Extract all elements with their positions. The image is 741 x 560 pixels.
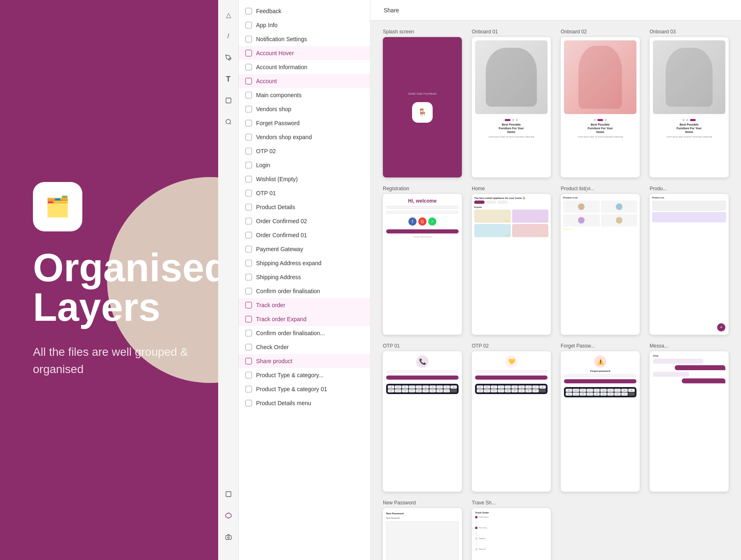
onboard2-image (564, 40, 636, 114)
layer-item-label: Main components (256, 92, 302, 98)
otp2-input (475, 370, 548, 373)
layer-page-icon (245, 134, 252, 140)
frame-registration[interactable]: Hi, welcome f G ✓ Create new account (383, 194, 462, 334)
layer-item-28[interactable]: Product Details menu (239, 396, 370, 410)
layer-item-5[interactable]: Account (239, 74, 370, 88)
layers-panel-icon[interactable] (222, 488, 235, 501)
frame-onboard3[interactable]: Best PossibleFurniture For YourHome Lore… (650, 37, 729, 177)
otp1-btn (386, 376, 459, 380)
frame-label-newpass: New Password (383, 500, 462, 506)
svg-point-5 (228, 537, 229, 538)
onboard3-desc: Lorem ipsum dolor sit amet consectetur a… (666, 135, 712, 138)
logo-icon: 🗂️ (45, 195, 70, 218)
frame-label-splash: Splash screen (383, 29, 462, 35)
product-list-grid (563, 201, 637, 226)
layer-item-26[interactable]: Product Type & category... (239, 368, 370, 382)
component-icon[interactable] (222, 509, 235, 522)
layer-item-label: OTP 02 (256, 148, 276, 154)
onboard3-image (653, 40, 725, 114)
reg-pass-field (386, 211, 459, 214)
layer-item-label: Forget Password (256, 120, 300, 126)
layer-item-25[interactable]: Share product (239, 354, 370, 368)
subtitle: All the files are well grouped & organis… (33, 343, 206, 378)
frame-home[interactable]: The best suited appliance for your home … (472, 194, 551, 334)
frame-product2[interactable]: Product List + (650, 194, 729, 334)
layer-item-9[interactable]: Vendors shop expand (239, 130, 370, 144)
frame-chatbot[interactable]: Chat (650, 351, 729, 492)
frame-label-message: Messa... (650, 343, 729, 349)
layer-item-label: Vendors shop expand (256, 134, 312, 140)
otp2-btn (475, 376, 548, 380)
svg-rect-0 (226, 98, 231, 103)
frame-productlist[interactable]: Product List ★★★★★ (561, 194, 640, 334)
triangle-icon[interactable]: △ (222, 8, 235, 21)
forgot-email-field (564, 374, 636, 377)
layer-item-label: Product Type & category 01 (256, 386, 327, 392)
layer-item-23[interactable]: Confirm order finalisation... (239, 326, 370, 340)
layer-page-icon (245, 162, 252, 168)
frame-label-onboard1: Onboard 01 (472, 29, 551, 35)
frame-onboard1[interactable]: Best PossibleFurniture For YourHome Lore… (472, 37, 551, 177)
frame-track-order[interactable]: Track Order Order Placed Processing Ship… (472, 508, 551, 560)
onboard3-dots (683, 119, 696, 121)
frame-icon[interactable] (222, 94, 235, 107)
frame-otp2[interactable]: 💛 qwertyuiop asdfghjkl (472, 351, 551, 492)
search-icon[interactable] (222, 115, 235, 128)
frame-otp1[interactable]: 📞 qwertyuiop asdfghjkl (383, 351, 462, 492)
layer-item-27[interactable]: Product Type & category 01 (239, 382, 370, 396)
layer-item-7[interactable]: Vendors shop (239, 102, 370, 116)
layer-item-24[interactable]: Check Order (239, 340, 370, 354)
layer-item-6[interactable]: Main components (239, 88, 370, 102)
layer-item-3[interactable]: Account Hover (239, 46, 370, 60)
onboard1-image (475, 40, 548, 114)
layer-page-icon (245, 50, 252, 56)
layer-item-11[interactable]: Login (239, 158, 370, 172)
layer-item-label: Wishlist (Empty) (256, 176, 298, 182)
new-pass-title: New Password (386, 512, 459, 515)
layer-item-label: Order Confirmed 01 (256, 232, 307, 238)
svg-point-1 (226, 119, 231, 124)
onboard3-title: Best PossibleFurniture For YourHome (676, 123, 701, 134)
new-pass-item1: New Password (386, 517, 459, 519)
share-button[interactable]: Share (379, 5, 404, 16)
svg-marker-3 (226, 513, 231, 518)
layer-page-icon (245, 64, 252, 70)
frame-onboard2[interactable]: Best PossibleFurniture For YourHome Lore… (561, 37, 640, 177)
line-icon[interactable]: / (222, 30, 235, 43)
canvas-area[interactable]: Splash screen Onboard 01 Onboard 02 Onbo… (370, 21, 741, 560)
layer-page-icon (245, 344, 252, 350)
reg-login-btn (386, 229, 459, 233)
otp1-input (386, 370, 459, 373)
onboard2-title: Best PossibleFurniture For YourHome (587, 123, 613, 134)
layer-item-1[interactable]: App Info (239, 18, 370, 32)
layer-page-icon (245, 120, 252, 126)
layer-item-label: Share product (256, 358, 292, 364)
layer-page-icon (245, 148, 252, 154)
layer-item-10[interactable]: OTP 02 (239, 144, 370, 158)
track-step3: Shipping (475, 537, 548, 540)
camera-icon[interactable] (222, 530, 235, 544)
frame-label-otp1: OTP 01 (383, 343, 462, 349)
frame-new-password[interactable]: New Password New Password Confirm Passwo… (383, 508, 462, 560)
layer-page-icon (245, 36, 252, 42)
frame-label-forgot: Forget Passw... (561, 343, 640, 349)
text-icon[interactable]: T (222, 72, 235, 86)
layer-page-icon (245, 232, 252, 238)
layer-item-0[interactable]: Feedback (239, 4, 370, 18)
layer-page-icon (245, 22, 252, 28)
forgot-icon: ⚠️ (594, 355, 606, 368)
frame-label-onboard3: Onboard 03 (650, 29, 729, 35)
frame-splash[interactable]: Solid Oak Furniture 🪑 (383, 37, 462, 177)
pen-icon[interactable] (222, 51, 235, 64)
frame-label-home: Home (472, 186, 551, 191)
frame-label-onboard2: Onboard 02 (561, 29, 640, 35)
frame-label-otp2: OTP 02 (472, 343, 551, 349)
layer-item-2[interactable]: Notification Settings (239, 32, 370, 46)
layer-page-icon (245, 358, 252, 364)
layer-item-4[interactable]: Account Information (239, 60, 370, 74)
main-title: Organised Layers (33, 248, 305, 327)
frame-forgot-password[interactable]: ⚠️ Forgot password qwertyuiop asdfghjkl (561, 351, 640, 492)
layer-item-8[interactable]: Forget Password (239, 116, 370, 130)
canvas-toolbar: Share (370, 0, 741, 21)
track-step4: Delivered (475, 548, 548, 551)
